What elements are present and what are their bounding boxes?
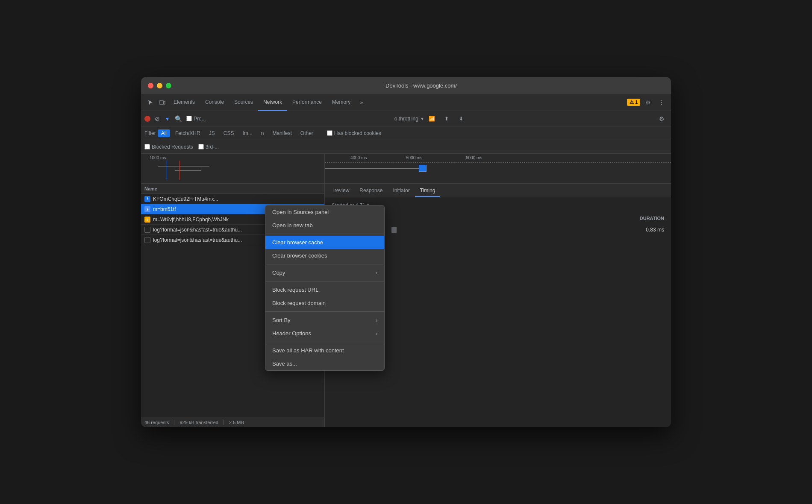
minimize-button[interactable] — [157, 83, 162, 88]
settings-network-icon[interactable]: ⚙ — [656, 113, 668, 125]
timeline-right: 4000 ms 5000 ms 6000 ms — [325, 154, 671, 184]
preserve-log-checkbox[interactable]: Pre... — [186, 116, 206, 122]
filter-all[interactable]: All — [158, 129, 170, 137]
tick-1000ms: 1000 ms — [150, 155, 166, 160]
more-tabs-icon[interactable]: » — [356, 97, 368, 108]
stop-recording-icon[interactable]: ⊘ — [153, 114, 162, 123]
timeline-bar-1 — [158, 166, 209, 167]
menu-open-sources[interactable]: Open in Sources panel — [265, 205, 384, 219]
wifi-icon[interactable]: 📶 — [426, 113, 438, 125]
settings-icon[interactable]: ⚙ — [642, 97, 654, 108]
menu-save-har[interactable]: Save all as HAR with content — [265, 344, 384, 357]
tab-response[interactable]: Response — [354, 185, 388, 197]
tab-performance[interactable]: Performance — [287, 94, 327, 111]
menu-sort-by[interactable]: Sort By › — [265, 314, 384, 327]
filter-bar: Filter All Fetch/XHR JS CSS Im... n Mani… — [141, 126, 671, 140]
third-party-check[interactable]: 3rd-... — [198, 144, 219, 150]
menu-divider-2 — [265, 264, 384, 264]
device-toggle-icon[interactable] — [156, 97, 168, 108]
upload-icon[interactable]: ⬆ — [441, 113, 453, 125]
status-divider-1 — [174, 420, 174, 425]
filter-img[interactable]: Im... — [239, 129, 256, 137]
status-divider-2 — [224, 420, 224, 425]
cursor-icon[interactable] — [144, 97, 156, 108]
tick-6000ms: 6000 ms — [466, 155, 482, 160]
col-headers: Name — [141, 184, 324, 194]
network-row[interactable]: f KFOmChqEu92FrTMu4mx... — [141, 194, 324, 204]
filter-manifest[interactable]: Manifest — [269, 129, 295, 137]
menu-save-as[interactable]: Save as... — [265, 357, 384, 370]
timing-duration-label: DURATION — [640, 216, 664, 221]
menu-divider-5 — [265, 342, 384, 342]
menu-open-new-tab[interactable]: Open in new tab — [265, 219, 384, 232]
devtools-body: Elements Console Sources Network Perform… — [141, 94, 671, 427]
total-size: 2.5 MB — [229, 420, 244, 425]
more-options-icon[interactable]: ⋮ — [656, 97, 668, 108]
row-icon-doc: f — [144, 196, 150, 202]
close-button[interactable] — [148, 83, 153, 88]
status-bar: 46 requests 929 kB transferred 2.5 MB — [141, 417, 324, 427]
row-icon-orange: s — [144, 217, 150, 223]
search-icon[interactable]: 🔍 — [173, 114, 184, 123]
filter-bar-2: Blocked Requests 3rd-... — [141, 140, 671, 154]
filter-fetch-xhr[interactable]: Fetch/XHR — [172, 129, 204, 137]
tab-timing[interactable]: Timing — [415, 185, 441, 197]
menu-block-url[interactable]: Block request URL — [265, 283, 384, 296]
record-button[interactable] — [144, 116, 150, 122]
transferred-size: 929 kB transferred — [179, 420, 218, 425]
header-options-arrow-icon: › — [376, 331, 377, 337]
context-menu: Open in Sources panel Open in new tab Cl… — [265, 205, 385, 371]
queueing-duration: 0.83 ms — [630, 227, 664, 233]
tab-network[interactable]: Network — [258, 94, 287, 111]
title-bar: DevTools - www.google.com/ — [141, 77, 671, 94]
content-area: 1000 ms Name f — [141, 154, 671, 427]
panel-tabs: ireview Response Initiator Timing — [325, 184, 671, 197]
tab-initiator[interactable]: Initiator — [388, 185, 415, 197]
row-icon-gray-2 — [144, 237, 150, 243]
maximize-button[interactable] — [166, 83, 171, 88]
filter-media[interactable]: n — [258, 129, 268, 137]
top-toolbar: Elements Console Sources Network Perform… — [141, 94, 671, 111]
has-blocked-cookies[interactable]: Has blocked cookies — [327, 130, 381, 136]
devtools-window: DevTools - www.google.com/ Elements Cons… — [141, 77, 671, 427]
timeline-bar-2 — [175, 170, 201, 171]
requests-count: 46 requests — [144, 420, 169, 425]
menu-clear-cookies[interactable]: Clear browser cookies — [265, 249, 384, 262]
tab-preview[interactable]: ireview — [328, 185, 354, 197]
col-name: Name — [144, 186, 157, 191]
filter-other[interactable]: Other — [297, 129, 317, 137]
menu-divider-1 — [265, 234, 384, 234]
filter-icon[interactable]: ▾ — [164, 114, 171, 123]
blocked-requests-check[interactable]: Blocked Requests — [144, 144, 193, 150]
filter-label: Filter — [144, 130, 156, 136]
vline-red — [179, 161, 180, 180]
menu-copy[interactable]: Copy › — [265, 266, 384, 279]
row-icon-selected: s — [144, 206, 150, 212]
row-name: KFOmChqEu92FrTMu4mx... — [153, 196, 321, 202]
filter-js[interactable]: JS — [206, 129, 218, 137]
filter-css[interactable]: CSS — [220, 129, 238, 137]
menu-clear-cache[interactable]: Clear browser cache — [265, 236, 384, 249]
vline-blue — [167, 161, 167, 180]
window-title: DevTools - www.google.com/ — [178, 82, 664, 89]
svg-rect-1 — [164, 101, 165, 104]
tab-console[interactable]: Console — [200, 94, 229, 111]
tab-sources[interactable]: Sources — [229, 94, 258, 111]
throttle-arrow[interactable]: ▾ — [421, 116, 424, 122]
dash-line-1 — [325, 162, 671, 163]
blue-block — [419, 165, 427, 172]
menu-block-domain[interactable]: Block request domain — [265, 296, 384, 310]
sort-arrow-icon: › — [376, 317, 377, 323]
network-toolbar: ⊘ ▾ 🔍 Pre... o throttling ▾ 📶 ⬆ ⬇ ⚙ — [141, 111, 671, 126]
menu-header-options[interactable]: Header Options › — [265, 327, 384, 340]
menu-divider-4 — [265, 311, 384, 312]
menu-divider-3 — [265, 281, 384, 281]
download-icon[interactable]: ⬇ — [455, 113, 467, 125]
traffic-lights — [148, 83, 171, 88]
tab-elements[interactable]: Elements — [168, 94, 200, 111]
tab-memory[interactable]: Memory — [327, 94, 356, 111]
notification-badge[interactable]: ⚠ 1 — [627, 99, 640, 106]
copy-arrow-icon: › — [376, 270, 377, 276]
throttle-label: o throttling — [394, 116, 418, 122]
timeline-line-right — [325, 168, 419, 169]
